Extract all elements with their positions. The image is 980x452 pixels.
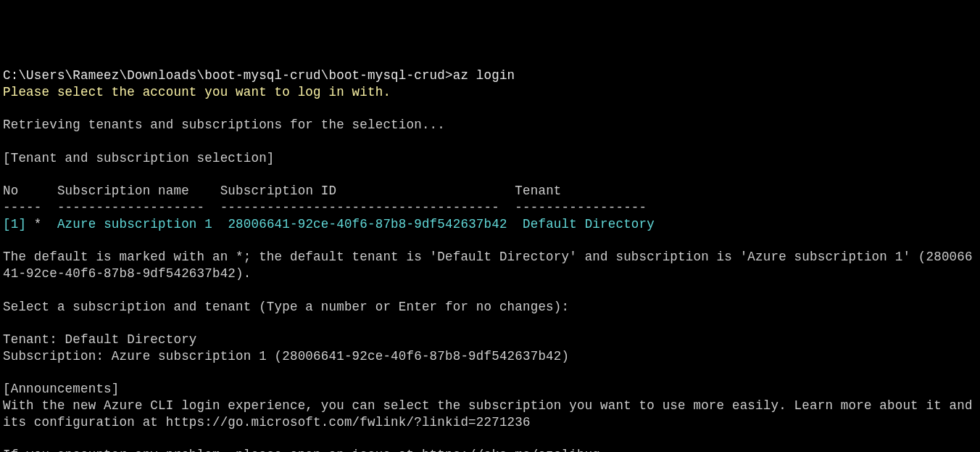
row-sp3 [507, 217, 523, 231]
div-tenant: ----------------- [515, 200, 647, 215]
row-star: * [26, 217, 41, 231]
col-no: No [3, 184, 18, 198]
default-msg: The default is marked with an *; the def… [3, 250, 973, 281]
retrieving-msg: Retrieving tenants and subscriptions for… [3, 118, 445, 132]
terminal-output[interactable]: C:\Users\Rameez\Downloads\boot-mysql-cru… [3, 67, 977, 452]
tenant-line: Tenant: Default Directory [3, 332, 197, 347]
col-tenant: Tenant [515, 184, 561, 198]
col-name: Subscription name [57, 184, 189, 198]
div-no: ----- [3, 200, 42, 215]
issue-text: If you encounter any problem, please ope… [3, 448, 600, 452]
announcement-text: With the new Azure CLI login experience,… [3, 398, 980, 430]
subscription-line: Subscription: Azure subscription 1 (2800… [3, 349, 569, 363]
row-sp2 [212, 217, 228, 231]
command-text: az login [453, 68, 515, 83]
row-sp1 [42, 217, 57, 231]
announcements-header: [Announcements] [3, 382, 120, 396]
div-name: ------------------- [57, 200, 204, 215]
col-id: Subscription ID [220, 184, 337, 198]
select-account-msg: Please select the account you want to lo… [3, 85, 391, 99]
row-name: Azure subscription 1 [57, 217, 212, 231]
select-prompt: Select a subscription and tenant (Type a… [3, 300, 569, 314]
row-id: 28006641-92ce-40f6-87b8-9df542637b42 [228, 217, 507, 231]
row-no: [1] [3, 217, 26, 231]
section-header: [Tenant and subscription selection] [3, 151, 275, 165]
row-tenant: Default Directory [523, 217, 655, 231]
prompt-path: C:\Users\Rameez\Downloads\boot-mysql-cru… [3, 68, 453, 83]
div-id: ------------------------------------ [220, 200, 499, 215]
